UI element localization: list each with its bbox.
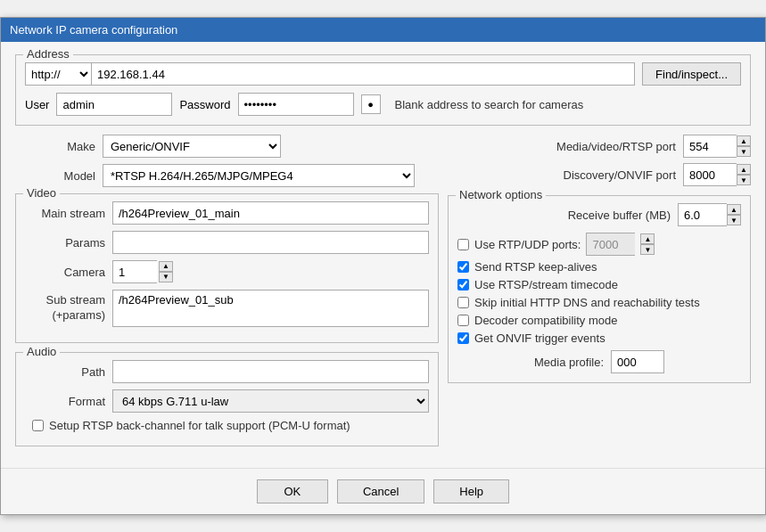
discovery-port-increment[interactable]: ▲ <box>737 164 751 175</box>
get-onvif-row: Get ONVIF trigger events <box>457 331 741 345</box>
rtp-port-increment[interactable]: ▲ <box>640 233 655 244</box>
audio-format-select[interactable]: 64 kbps G.711 u-law G.711 a-law G.726 AA… <box>112 389 429 413</box>
audio-section-title: Audio <box>23 345 60 358</box>
decoder-compat-checkbox[interactable] <box>457 315 469 326</box>
use-rtsp-timecode-checkbox[interactable] <box>457 279 469 291</box>
sub-stream-row: Sub stream(+params) /h264Preview_01_sub <box>25 290 429 327</box>
password-input[interactable] <box>238 93 354 116</box>
discovery-port-decrement[interactable]: ▼ <box>737 175 751 185</box>
show-password-button[interactable]: ● <box>361 94 381 114</box>
get-onvif-checkbox[interactable] <box>457 332 469 344</box>
use-rtp-label: Use RTP/UDP ports: <box>474 238 581 251</box>
media-profile-row: Media profile: <box>457 350 741 373</box>
discovery-port-input[interactable] <box>683 163 737 186</box>
discovery-port-spinner: ▲ ▼ <box>737 164 751 185</box>
network-options-title: Network options <box>456 188 546 201</box>
address-section-title: Address <box>23 47 73 61</box>
user-input[interactable] <box>56 93 172 116</box>
main-stream-input[interactable] <box>112 201 429 225</box>
decoder-compat-label: Decoder compatibility mode <box>474 314 617 327</box>
audio-format-label: Format <box>25 395 105 408</box>
address-row: http:// https:// rtsp:// Find/inspect... <box>25 62 741 86</box>
make-label: Make <box>15 140 95 153</box>
receive-buffer-input[interactable] <box>678 203 727 226</box>
media-profile-label: Media profile: <box>534 356 604 369</box>
address-section: Address http:// https:// rtsp:// Find/in… <box>15 54 751 126</box>
audio-path-label: Path <box>25 365 105 379</box>
media-port-spinner: ▲ ▼ <box>737 135 751 157</box>
password-label: Password <box>179 98 230 111</box>
camera-spinner: ▲ ▼ <box>159 261 173 282</box>
params-input[interactable] <box>112 231 429 254</box>
find-inspect-button[interactable]: Find/inspect... <box>642 62 741 86</box>
model-select[interactable]: *RTSP H.264/H.265/MJPG/MPEG4 <box>103 164 415 187</box>
window-title: Network IP camera configuration <box>10 23 177 37</box>
network-options-box: Network options Receive buffer (MB) ▲ ▼ … <box>448 195 751 383</box>
main-window: Network IP camera configuration Address … <box>0 17 766 515</box>
audio-path-row: Path <box>25 360 429 383</box>
use-rtp-row: Use RTP/UDP ports: ▲ ▼ <box>457 233 741 256</box>
send-rtsp-label: Send RTSP keep-alives <box>474 260 597 274</box>
main-grid: Make Generic/ONVIF Axis Bosch Hikvision … <box>15 135 751 455</box>
audio-path-input[interactable] <box>112 360 429 383</box>
left-panel: Make Generic/ONVIF Axis Bosch Hikvision … <box>15 135 439 455</box>
model-row: Model *RTSP H.264/H.265/MJPG/MPEG4 <box>15 164 439 187</box>
skip-http-label: Skip initial HTTP DNS and reachability t… <box>474 296 700 309</box>
get-onvif-label: Get ONVIF trigger events <box>474 331 605 345</box>
receive-buffer-spinner: ▲ ▼ <box>727 204 741 225</box>
sub-stream-label: Sub stream(+params) <box>25 290 105 323</box>
use-rtsp-timecode-row: Use RTSP/stream timecode <box>457 278 741 291</box>
user-label: User <box>25 98 49 111</box>
camera-decrement-button[interactable]: ▼ <box>159 272 173 282</box>
camera-label: Camera <box>25 266 105 279</box>
receive-buffer-increment[interactable]: ▲ <box>727 204 741 215</box>
user-row: User Password ● Blank address to search … <box>25 93 741 116</box>
right-panel: Media/video/RTSP port ▲ ▼ Discovery/ONVI… <box>448 135 751 455</box>
use-rtp-checkbox[interactable] <box>457 239 469 250</box>
receive-buffer-row: Receive buffer (MB) ▲ ▼ <box>457 203 741 226</box>
discovery-port-row: Discovery/ONVIF port ▲ ▼ <box>448 163 751 186</box>
bottom-bar: OK Cancel Help <box>1 468 765 514</box>
use-rtsp-timecode-label: Use RTSP/stream timecode <box>474 278 618 291</box>
rtp-port-decrement[interactable]: ▼ <box>640 244 655 255</box>
camera-input[interactable] <box>112 260 157 283</box>
video-section-title: Video <box>23 186 60 200</box>
audio-format-row: Format 64 kbps G.711 u-law G.711 a-law G… <box>25 389 429 413</box>
main-stream-row: Main stream <box>25 201 429 225</box>
send-rtsp-row: Send RTSP keep-alives <box>457 260 741 274</box>
model-label: Model <box>15 169 95 183</box>
video-section: Video Main stream Params Camera ▲ <box>15 193 439 343</box>
rtp-port-input[interactable] <box>586 233 635 256</box>
receive-buffer-decrement[interactable]: ▼ <box>727 215 741 225</box>
skip-http-row: Skip initial HTTP DNS and reachability t… <box>457 296 741 309</box>
discovery-port-label: Discovery/ONVIF port <box>564 168 676 182</box>
address-input[interactable] <box>92 62 635 86</box>
make-select[interactable]: Generic/ONVIF Axis Bosch Hikvision Dahua <box>103 135 281 158</box>
sub-stream-input[interactable]: /h264Preview_01_sub <box>112 290 429 327</box>
help-button[interactable]: Help <box>433 479 509 503</box>
rtsp-back-channel-row: Setup RTSP back-channel for talk support… <box>32 419 429 432</box>
media-profile-input[interactable] <box>611 350 664 373</box>
cancel-button[interactable]: Cancel <box>337 479 424 503</box>
decoder-compat-row: Decoder compatibility mode <box>457 314 741 327</box>
media-port-increment[interactable]: ▲ <box>737 135 751 146</box>
rtsp-back-channel-checkbox[interactable] <box>32 420 44 431</box>
ok-button[interactable]: OK <box>257 479 328 503</box>
main-stream-label: Main stream <box>25 207 105 220</box>
media-port-input[interactable] <box>683 135 737 158</box>
send-rtsp-checkbox[interactable] <box>457 261 469 273</box>
receive-buffer-label: Receive buffer (MB) <box>546 209 671 222</box>
rtsp-back-channel-label: Setup RTSP back-channel for talk support… <box>49 419 350 432</box>
make-row: Make Generic/ONVIF Axis Bosch Hikvision … <box>15 135 439 158</box>
protocol-select[interactable]: http:// https:// rtsp:// <box>25 62 92 86</box>
media-port-label: Media/video/RTSP port <box>556 140 676 153</box>
camera-increment-button[interactable]: ▲ <box>159 261 173 272</box>
params-row: Params <box>25 231 429 254</box>
media-port-decrement[interactable]: ▼ <box>737 146 751 157</box>
camera-row: Camera ▲ ▼ <box>25 260 429 283</box>
skip-http-checkbox[interactable] <box>457 297 469 308</box>
media-port-row: Media/video/RTSP port ▲ ▼ <box>448 135 751 158</box>
audio-section: Audio Path Format 64 kbps G.711 u-law G.… <box>15 352 439 446</box>
params-label: Params <box>25 236 105 250</box>
rtp-port-spinner: ▲ ▼ <box>640 233 655 255</box>
